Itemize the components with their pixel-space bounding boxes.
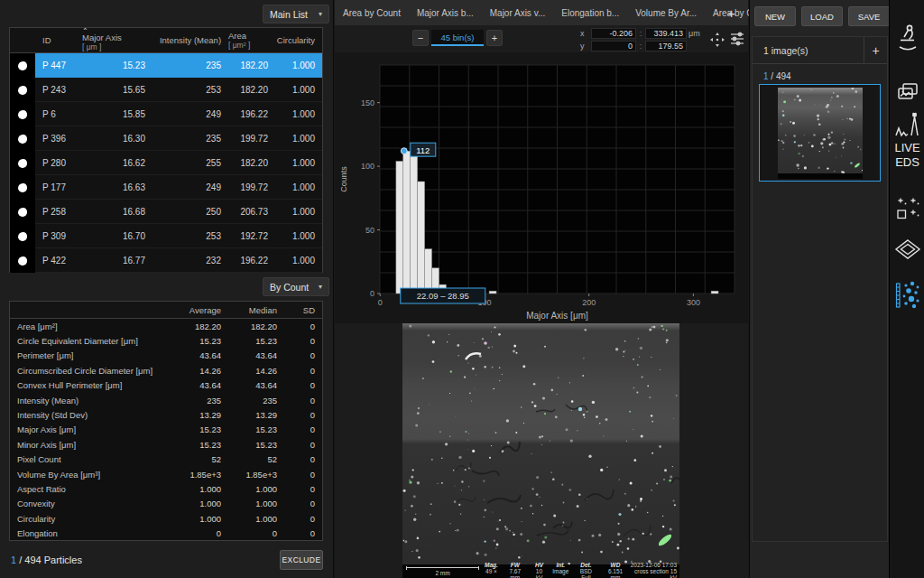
load-button[interactable]: LOAD	[801, 6, 843, 26]
column-major-axis[interactable]: ⌃ Major Axis [ μm ]	[82, 29, 152, 51]
cell-intensity: 253	[152, 85, 228, 95]
stats-label: Circle Equivalent Diameter [μm]	[10, 336, 172, 346]
svg-text:0: 0	[370, 289, 374, 298]
cell-circularity: 1.000	[275, 109, 322, 119]
caret-down-icon: ▾	[319, 283, 322, 291]
stats-row: Major Axis [μm]15.2315.230	[10, 423, 322, 437]
tab-area-by-count[interactable]: Area by Count	[335, 0, 409, 25]
column-intensity[interactable]: Intensity (Mean)	[152, 36, 228, 45]
images-gallery-icon[interactable]	[890, 81, 924, 103]
stats-average: 235	[172, 396, 228, 406]
scale-bar: 2 mm	[406, 566, 479, 576]
live-eds-button[interactable]: LIVE EDS	[890, 141, 924, 170]
stats-median: 14.26	[228, 366, 284, 376]
tab-elongation-b-[interactable]: Elongation b...	[553, 0, 627, 25]
microscope-icon[interactable]	[890, 23, 924, 54]
tab-major-axis-b-[interactable]: Major Axis b...	[409, 0, 482, 25]
cell-id: P 280	[35, 158, 82, 168]
sem-meta: 2023-12-06 17:03 cross section 15 kV	[628, 562, 677, 578]
add-tab-button[interactable]: +	[722, 0, 741, 25]
display-settings-icon[interactable]	[730, 31, 744, 47]
images-header-row: 1 image(s) +	[753, 37, 887, 64]
exclude-button[interactable]: EXCLUDE	[280, 550, 323, 570]
stats-row: Aspect Ratio1.0001.0000	[10, 481, 322, 496]
cell-intensity: 250	[152, 207, 228, 217]
cell-major-axis: 16.62	[82, 158, 152, 168]
y-min-field[interactable]: 0	[591, 41, 636, 51]
stats-label: Aspect Ratio	[10, 484, 172, 494]
cell-area: 206.73	[228, 207, 275, 217]
cell-id: P 258	[35, 207, 82, 217]
stats-average: 1.000	[172, 499, 228, 508]
range-separator: :	[638, 29, 643, 38]
column-circularity[interactable]: Circularity	[275, 36, 322, 45]
stats-median: 1.000	[228, 499, 284, 508]
stats-sd: 0	[284, 366, 322, 376]
x-min-field[interactable]: -0.206	[591, 28, 636, 39]
thumbnail-total: / 494	[771, 71, 790, 81]
y-max-field[interactable]: 179.55	[645, 41, 687, 51]
table-row[interactable]: P 42216.77232196.221.000	[10, 248, 322, 273]
chart-tabbar: Area by CountMajor Axis b...Major Axis v…	[335, 0, 748, 25]
list-selector-dropdown[interactable]: Main List ▾	[263, 5, 329, 23]
bin-count-field[interactable]: 45 bin(s)	[431, 30, 484, 46]
cell-area: 199.72	[228, 134, 275, 144]
svg-text:300: 300	[687, 298, 700, 307]
tab-volume-by-ar-[interactable]: Volume By Ar...	[627, 0, 705, 25]
table-row[interactable]: P 30916.70253192.721.000	[10, 224, 322, 248]
cell-major-axis: 16.70	[82, 231, 152, 241]
svg-text:112: 112	[416, 145, 430, 155]
stats-median: 43.64	[228, 350, 284, 360]
stats-column-median: Median	[228, 305, 284, 315]
eds-spectrum-icon[interactable]	[890, 110, 924, 139]
stats-column-average: Average	[172, 305, 228, 315]
particle-footer: 1 / 494 Particles EXCLUDE	[0, 545, 334, 578]
stats-median: 235	[228, 396, 284, 406]
cell-id: P 422	[35, 256, 82, 266]
particle-table: ID ⌃ Major Axis [ μm ] Intensity (Mean) …	[9, 27, 323, 273]
cell-intensity: 249	[152, 109, 228, 119]
svg-text:50: 50	[365, 226, 374, 235]
montage-grid-icon[interactable]	[890, 195, 924, 222]
stats-sd: 0	[284, 484, 322, 494]
table-row[interactable]: P 615.85249196.221.000	[10, 102, 322, 126]
pan-arrows-icon[interactable]	[710, 33, 725, 47]
image-thumbnail[interactable]	[759, 84, 881, 182]
sem-info-det: Det.BSD Full	[575, 562, 596, 578]
bin-increase-button[interactable]: +	[486, 30, 503, 46]
x-max-field[interactable]: 339.413	[645, 28, 687, 39]
stats-label: Major Axis [μm]	[10, 424, 172, 434]
save-button[interactable]: SAVE	[848, 6, 890, 26]
particle-analysis-icon[interactable]	[890, 278, 924, 312]
stats-row: Circularity1.0001.0000	[10, 511, 322, 526]
stats-average: 0	[172, 528, 228, 538]
sem-info-mag: Mag.49 ×	[485, 562, 498, 578]
stats-row: Pixel Count52520	[10, 452, 322, 467]
table-row[interactable]: P 44715.23235182.201.000	[10, 53, 322, 78]
cell-area: 182.20	[228, 158, 275, 168]
live-eds-line1: LIVE	[890, 141, 924, 155]
table-row[interactable]: P 39616.30235199.721.000	[10, 126, 322, 151]
histogram-chart[interactable]: 0100200300050100150Major Axis [μm]Counts…	[335, 52, 748, 323]
stats-label: Elongation	[10, 528, 172, 538]
column-id[interactable]: ID	[35, 36, 82, 45]
table-row[interactable]: P 24315.65253182.201.000	[10, 78, 322, 102]
stats-sd: 0	[284, 410, 322, 420]
layers-diamond-icon[interactable]	[890, 238, 924, 260]
stats-sd: 0	[284, 514, 322, 524]
add-image-button[interactable]: +	[864, 37, 887, 64]
tab-major-axis-v-[interactable]: Major Axis v...	[482, 0, 554, 25]
column-area[interactable]: Area [ μm² ]	[228, 32, 275, 50]
table-row[interactable]: P 25816.68250206.731.000	[10, 200, 322, 224]
sem-image-viewer: 2 mm Mag.49 ×FW7.67 mmHV10 kVInt.ImageDe…	[402, 323, 679, 578]
sem-image[interactable]	[402, 323, 679, 564]
stats-mode-dropdown[interactable]: By Count ▾	[263, 277, 329, 296]
stats-sd: 0	[284, 380, 322, 390]
bin-decrease-button[interactable]: −	[412, 30, 429, 46]
table-row[interactable]: P 28016.62255182.201.000	[10, 151, 322, 175]
stats-median: 13.29	[228, 410, 284, 420]
cell-circularity: 1.000	[275, 182, 322, 192]
stats-label: Intensity (Std Dev)	[10, 410, 172, 420]
new-button[interactable]: NEW	[754, 6, 796, 26]
table-row[interactable]: P 17716.63249199.721.000	[10, 175, 322, 200]
